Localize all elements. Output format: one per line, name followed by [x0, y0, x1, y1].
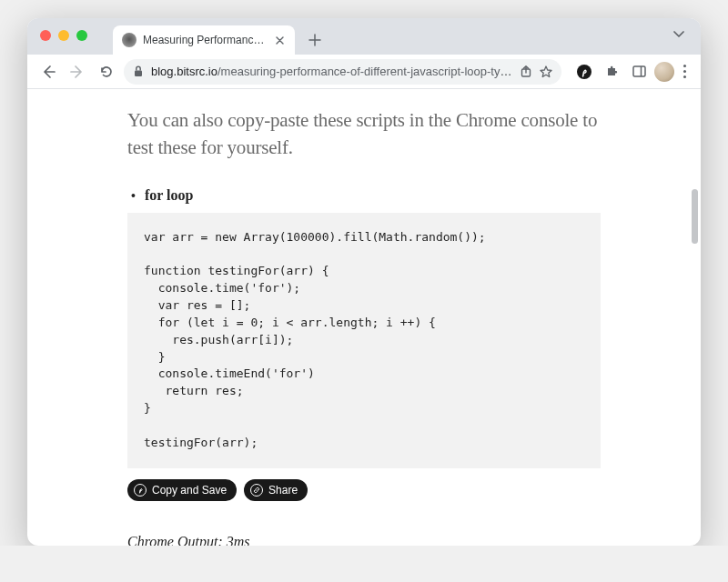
url-domain: blog.bitsrc.io — [151, 65, 217, 78]
window-close-button[interactable] — [40, 30, 51, 41]
url-path: /measuring-performance-of-different-java… — [217, 65, 512, 78]
browser-toolbar: blog.bitsrc.io/measuring-performance-of-… — [27, 55, 701, 89]
copy-label: Copy and Save — [152, 484, 227, 497]
code-block[interactable]: var arr = new Array(100000).fill(Math.ra… — [127, 213, 601, 468]
extension-pinterest-icon[interactable] — [572, 60, 596, 84]
reload-button[interactable] — [95, 60, 118, 84]
bullet-icon: • — [131, 188, 136, 203]
tab-strip: Measuring Performance of Diff — [27, 18, 701, 55]
tab-close-button[interactable] — [273, 34, 286, 46]
bullet-label: for loop — [145, 187, 193, 204]
scrollbar-thumb[interactable] — [692, 189, 698, 244]
lock-icon — [133, 65, 144, 77]
url-text: blog.bitsrc.io/measuring-performance-of-… — [151, 65, 512, 78]
side-panel-icon[interactable] — [627, 60, 651, 84]
list-item: • for loop — [127, 187, 601, 204]
profile-avatar[interactable] — [654, 62, 674, 82]
share-page-icon[interactable] — [520, 65, 532, 78]
tab-title: Measuring Performance of Diff — [143, 34, 267, 46]
link-icon — [250, 484, 263, 497]
browser-window: Measuring Performance of Diff blog — [27, 18, 701, 546]
share-button[interactable]: Share — [244, 479, 308, 501]
svg-rect-0 — [135, 71, 142, 77]
intro-paragraph: You can also copy-paste these scripts in… — [127, 107, 601, 162]
output-results: Chrome Output: 3ms Firefox Output: 2ms — [127, 530, 601, 546]
tab-favicon-icon — [122, 33, 136, 47]
toolbar-right-icons — [572, 60, 692, 84]
browser-tab[interactable]: Measuring Performance of Diff — [113, 25, 295, 55]
copy-and-save-button[interactable]: Copy and Save — [127, 479, 237, 501]
bookmark-star-icon[interactable] — [540, 65, 552, 78]
window-controls — [40, 30, 87, 41]
forward-button[interactable] — [66, 60, 89, 84]
address-bar[interactable]: blog.bitsrc.io/measuring-performance-of-… — [124, 59, 561, 85]
new-tab-button[interactable] — [302, 27, 328, 53]
article: You can also copy-paste these scripts in… — [109, 89, 619, 546]
copy-icon — [134, 484, 147, 497]
chrome-output: Chrome Output: 3ms — [127, 530, 601, 546]
browser-menu-button[interactable] — [678, 61, 692, 82]
tab-list-dropdown-icon[interactable] — [673, 31, 684, 38]
back-button[interactable] — [36, 60, 60, 84]
share-label: Share — [268, 484, 298, 497]
window-zoom-button[interactable] — [76, 30, 87, 41]
code-actions: Copy and Save Share — [127, 479, 601, 501]
svg-rect-3 — [633, 66, 645, 76]
page-content[interactable]: You can also copy-paste these scripts in… — [27, 89, 701, 546]
window-minimize-button[interactable] — [58, 30, 69, 41]
extensions-puzzle-icon[interactable] — [600, 60, 623, 84]
